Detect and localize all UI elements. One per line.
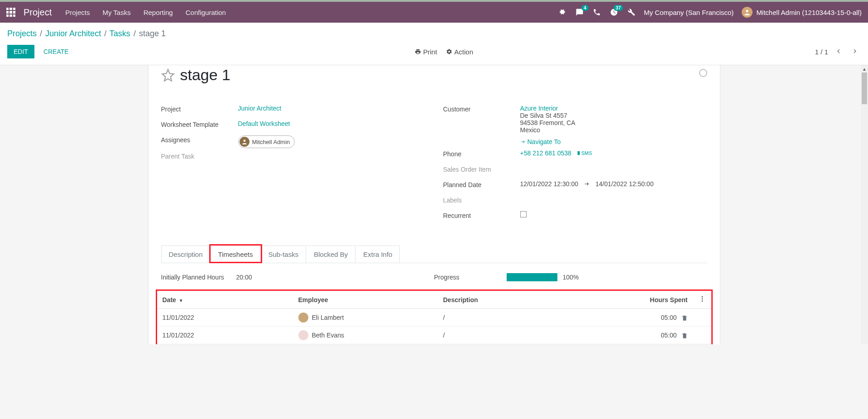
svg-point-0 — [746, 10, 748, 12]
breadcrumb: Projects / Junior Architect / Tasks / st… — [7, 29, 861, 39]
breadcrumb-projects[interactable]: Projects — [7, 29, 37, 38]
kebab-icon — [699, 295, 706, 303]
label-project: Project — [161, 105, 238, 113]
scrollbar[interactable]: ▲ — [861, 65, 868, 344]
customer-link[interactable]: Azure Interior — [520, 105, 558, 112]
label-initially-planned: Initially Planned Hours — [161, 274, 236, 281]
progress-value: 100% — [563, 274, 579, 281]
table-row[interactable]: 11/01/2022Eli Lambert/05:00 — [157, 309, 711, 327]
tab-timesheets[interactable]: Timesheets — [211, 246, 261, 263]
phone-icon[interactable] — [592, 8, 601, 17]
trash-icon[interactable] — [681, 332, 688, 339]
chat-badge: 4 — [581, 5, 589, 11]
avatar — [240, 137, 249, 147]
action-button[interactable]: Action — [446, 48, 473, 56]
scroll-up-icon[interactable]: ▲ — [861, 65, 868, 72]
label-planned-date: Planned Date — [443, 180, 520, 188]
print-icon — [415, 48, 421, 55]
breadcrumb-current: stage 1 — [139, 29, 166, 38]
breadcrumb-junior[interactable]: Junior Architect — [45, 29, 101, 38]
tools-icon[interactable] — [627, 8, 636, 17]
timesheet-table-highlight: Date ▼ Employee Description Hours Spent … — [156, 289, 713, 344]
cell-description: / — [438, 344, 625, 345]
clock-icon[interactable]: 37 — [609, 8, 619, 17]
kanban-state-dot[interactable] — [699, 69, 707, 77]
tab-subtasks[interactable]: Sub-tasks — [261, 246, 307, 263]
col-description[interactable]: Description — [438, 291, 625, 309]
customer-addr1: De Silva St 4557 — [520, 112, 567, 119]
print-button[interactable]: Print — [415, 48, 437, 56]
assignee-tag[interactable]: Mitchell Admin — [238, 135, 295, 148]
tabs: Description Timesheets Sub-tasks Blocked… — [161, 246, 707, 263]
label-parent-task: Parent Task — [161, 152, 238, 160]
cell-employee: Eli Lambert — [293, 309, 438, 327]
pager-prev[interactable] — [833, 45, 844, 58]
label-customer: Customer — [443, 105, 520, 113]
recurrent-checkbox[interactable] — [520, 211, 527, 217]
svg-point-1 — [243, 140, 245, 142]
avatar — [298, 313, 308, 323]
navbar: Project Projects My Tasks Reporting Conf… — [0, 2, 868, 23]
user-menu[interactable]: Mitchell Admin (12103443-15-0-all) — [742, 7, 862, 18]
company-selector[interactable]: My Company (San Francisco) — [644, 9, 734, 16]
tab-blockedby[interactable]: Blocked By — [306, 246, 355, 263]
trash-icon[interactable] — [681, 315, 688, 321]
label-recurrent: Recurrent — [443, 211, 520, 219]
timesheet-table: Date ▼ Employee Description Hours Spent … — [157, 291, 711, 344]
page-title: stage 1 — [180, 66, 231, 84]
cell-description: / — [438, 327, 625, 344]
scrollbar-thumb[interactable] — [862, 72, 867, 104]
svg-rect-2 — [577, 151, 580, 155]
pager-next[interactable] — [849, 45, 861, 58]
apps-icon[interactable] — [6, 8, 15, 17]
breadcrumb-tasks[interactable]: Tasks — [110, 29, 130, 38]
menu-configuration[interactable]: Configuration — [186, 9, 226, 16]
planned-start: 12/01/2022 12:30:00 — [520, 180, 578, 188]
tab-extrainfo[interactable]: Extra Info — [355, 246, 400, 263]
menu-projects[interactable]: Projects — [65, 9, 90, 16]
clock-badge: 37 — [614, 5, 623, 11]
col-hours[interactable]: Hours Spent — [625, 291, 693, 309]
menu-mytasks[interactable]: My Tasks — [102, 9, 130, 16]
bug-icon[interactable] — [558, 8, 567, 17]
col-options[interactable] — [693, 291, 711, 309]
gear-icon — [446, 48, 452, 55]
navigate-link[interactable]: Navigate To — [520, 138, 561, 145]
initially-planned-value: 20:00 — [236, 274, 252, 281]
col-employee[interactable]: Employee — [293, 291, 438, 309]
create-button[interactable]: CREATE — [39, 45, 73, 58]
label-progress: Progress — [434, 274, 507, 281]
customer-addr3: Mexico — [520, 126, 540, 134]
brand-title[interactable]: Project — [24, 7, 52, 18]
cell-employee: Beth Evans — [293, 327, 438, 344]
worksheet-link[interactable]: Default Worksheet — [238, 120, 290, 127]
arrow-right-icon — [584, 181, 590, 187]
col-date[interactable]: Date ▼ — [157, 291, 293, 309]
sort-desc-icon: ▼ — [179, 298, 183, 303]
sms-button[interactable]: SMS — [576, 150, 593, 156]
progress-bar — [507, 273, 557, 281]
table-row[interactable]: 11/01/2022Anita Oliver/10:00 — [157, 344, 711, 345]
star-icon[interactable] — [161, 68, 175, 82]
edit-button[interactable]: EDIT — [7, 45, 34, 58]
avatar — [298, 330, 308, 340]
planned-end: 14/01/2022 12:50:00 — [595, 180, 653, 188]
label-assignees: Assignees — [161, 135, 238, 144]
table-row[interactable]: 11/01/2022Beth Evans/05:00 — [157, 327, 711, 344]
phone-link[interactable]: +58 212 681 0538 — [520, 149, 571, 157]
label-labels: Labels — [443, 196, 520, 204]
label-worksheet: Worksheet Template — [161, 120, 238, 128]
cell-hours: 05:00 — [625, 327, 693, 344]
svg-point-4 — [701, 299, 703, 300]
svg-point-3 — [701, 296, 703, 298]
tab-description[interactable]: Description — [161, 246, 211, 263]
project-link[interactable]: Junior Architect — [238, 105, 282, 112]
chat-icon[interactable]: 4 — [575, 8, 584, 17]
menu-reporting[interactable]: Reporting — [144, 9, 173, 16]
cell-date: 11/01/2022 — [157, 327, 293, 344]
svg-point-5 — [701, 300, 703, 302]
cell-date: 11/01/2022 — [157, 309, 293, 327]
control-bar: Projects / Junior Architect / Tasks / st… — [0, 23, 868, 65]
pager-text: 1 / 1 — [815, 48, 828, 56]
cell-employee: Anita Oliver — [293, 344, 438, 345]
